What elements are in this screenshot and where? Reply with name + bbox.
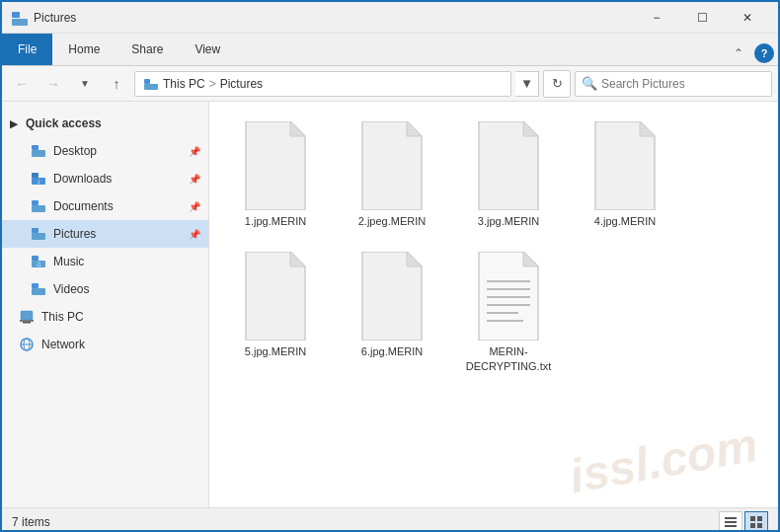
file-icon-6 xyxy=(352,252,431,341)
back-button[interactable]: ← xyxy=(8,70,36,98)
sidebar-item-music[interactable]: ♫ Music xyxy=(2,248,208,275)
svg-marker-29 xyxy=(523,121,538,136)
file-name-7: MERIN-DECRYPTING.txt xyxy=(458,344,559,373)
sidebar-item-pictures[interactable]: Pictures 📌 xyxy=(2,220,208,248)
tab-home[interactable]: Home xyxy=(52,34,116,65)
file-name-3: 3.jpg.MERIN xyxy=(478,214,539,228)
tab-share[interactable]: Share xyxy=(116,34,179,65)
file-item-1[interactable]: 1.jpg.MERIN xyxy=(221,114,330,236)
status-bar: 7 items xyxy=(2,507,778,532)
sidebar-item-desktop[interactable]: Desktop 📌 xyxy=(2,137,208,165)
forward-button[interactable]: → xyxy=(39,70,67,98)
svg-rect-20 xyxy=(23,322,31,324)
address-path[interactable]: This PC > Pictures xyxy=(134,71,511,97)
up-button[interactable]: ↑ xyxy=(103,70,130,98)
svg-rect-47 xyxy=(750,516,755,521)
file-item-4[interactable]: 4.jpg.MERIN xyxy=(571,114,679,236)
sidebar-label-videos: Videos xyxy=(53,282,200,296)
videos-folder-icon xyxy=(30,280,47,298)
file-icon-7 xyxy=(469,252,548,341)
file-name-2: 2.jpeg.MERIN xyxy=(358,214,426,228)
sidebar-item-network[interactable]: Network xyxy=(2,331,208,358)
file-item-7[interactable]: MERIN-DECRYPTING.txt xyxy=(454,244,563,381)
sidebar-item-videos[interactable]: Videos xyxy=(2,275,208,303)
status-count: 7 items xyxy=(12,515,50,529)
file-item-3[interactable]: 3.jpg.MERIN xyxy=(454,114,563,236)
maximize-button[interactable]: ☐ xyxy=(679,2,725,34)
file-item-5[interactable]: 5.jpg.MERIN xyxy=(221,244,330,381)
window-title: Pictures xyxy=(34,11,634,25)
tab-file[interactable]: File xyxy=(2,34,52,65)
file-name-6: 6.jpg.MERIN xyxy=(361,344,423,358)
close-button[interactable]: ✕ xyxy=(725,2,770,34)
file-name-4: 4.jpg.MERIN xyxy=(594,214,656,228)
sidebar-label-documents: Documents xyxy=(53,199,183,213)
sidebar-label-thispc: This PC xyxy=(41,310,200,324)
file-item-2[interactable]: 2.jpeg.MERIN xyxy=(338,114,446,236)
ribbon-right: ⌃ ? xyxy=(727,41,778,65)
svg-rect-19 xyxy=(20,320,34,322)
pin-icon-documents: 📌 xyxy=(189,201,200,212)
documents-folder-icon xyxy=(30,197,47,215)
music-folder-icon: ♫ xyxy=(30,253,47,270)
ribbon-tabs: File Home Share View ⌃ ? xyxy=(2,34,778,65)
search-box[interactable]: 🔍 xyxy=(575,71,772,97)
file-item-6[interactable]: 6.jpg.MERIN xyxy=(338,244,446,381)
file-icon-5 xyxy=(236,252,315,341)
file-name-1: 1.jpg.MERIN xyxy=(245,214,306,228)
view-large-icons-button[interactable] xyxy=(744,511,768,533)
refresh-button[interactable]: ↻ xyxy=(543,70,571,98)
sidebar-label-network: Network xyxy=(41,338,200,351)
sidebar-label-desktop: Desktop xyxy=(53,144,183,158)
search-input[interactable] xyxy=(601,77,765,91)
svg-marker-27 xyxy=(407,121,422,136)
svg-rect-18 xyxy=(21,311,33,320)
sidebar-item-downloads[interactable]: ↓ Downloads 📌 xyxy=(2,165,208,192)
svg-rect-50 xyxy=(757,523,762,528)
svg-marker-33 xyxy=(290,252,305,266)
file-icon-2 xyxy=(352,121,431,210)
sidebar-item-documents[interactable]: Documents 📌 xyxy=(2,192,208,220)
address-bar: ← → ▼ ↑ This PC > Pictures ▼ ↻ 🔍 xyxy=(2,66,778,102)
svg-rect-5 xyxy=(32,150,45,157)
svg-rect-46 xyxy=(725,525,737,527)
sidebar-item-thispc[interactable]: This PC xyxy=(2,303,208,331)
address-dropdown-button[interactable]: ▼ xyxy=(515,71,539,97)
svg-rect-10 xyxy=(32,205,45,212)
file-area: issl.com 1.jpg.MERIN 2.jpeg.MERIN xyxy=(209,102,778,507)
svg-marker-31 xyxy=(640,121,655,136)
sidebar: ▶ Quick access Desktop 📌 ↓ xyxy=(2,102,209,507)
quickaccess-label: Quick access xyxy=(26,116,102,130)
path-arrow-1: > xyxy=(209,77,216,91)
minimize-button[interactable]: − xyxy=(634,2,679,34)
watermark: issl.com xyxy=(566,418,762,504)
view-buttons xyxy=(719,511,768,533)
ribbon: File Home Share View ⌃ ? xyxy=(2,34,778,66)
svg-marker-37 xyxy=(523,252,538,266)
pin-icon-pictures: 📌 xyxy=(189,229,200,240)
window-controls: − ☐ ✕ xyxy=(634,2,770,34)
tab-view[interactable]: View xyxy=(179,34,236,65)
path-pictures: Pictures xyxy=(220,77,263,91)
file-icon-1 xyxy=(236,121,315,210)
svg-rect-2 xyxy=(144,79,150,84)
file-icon-3 xyxy=(469,121,548,210)
title-bar-icon xyxy=(10,8,30,28)
desktop-folder-icon xyxy=(30,142,47,160)
ribbon-collapse-button[interactable]: ⌃ xyxy=(727,41,750,65)
svg-rect-16 xyxy=(32,283,39,288)
sidebar-label-pictures: Pictures xyxy=(53,227,183,241)
pin-icon-desktop: 📌 xyxy=(189,146,200,157)
svg-rect-11 xyxy=(32,228,39,233)
help-button[interactable]: ? xyxy=(754,43,774,63)
svg-rect-9 xyxy=(32,200,39,205)
svg-rect-48 xyxy=(757,516,762,521)
network-icon xyxy=(18,336,36,353)
view-list-button[interactable] xyxy=(719,511,742,533)
svg-rect-3 xyxy=(144,84,158,90)
svg-rect-12 xyxy=(32,233,45,240)
svg-marker-35 xyxy=(407,252,422,266)
svg-rect-0 xyxy=(12,12,20,18)
pin-icon-downloads: 📌 xyxy=(189,174,200,185)
recent-locations-button[interactable]: ▼ xyxy=(71,70,99,98)
